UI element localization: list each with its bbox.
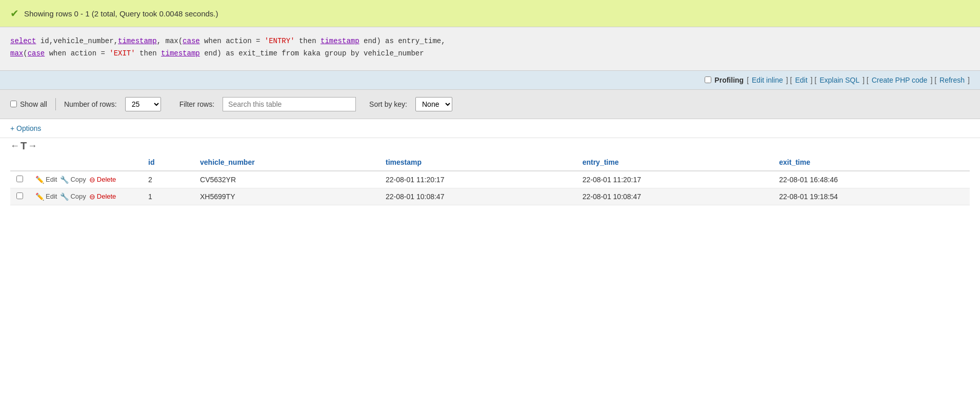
edit-label: Edit <box>46 192 57 200</box>
copy-label: Copy <box>70 176 86 183</box>
show-all-label[interactable]: Show all <box>10 100 47 108</box>
sort-label: Sort by key: <box>369 100 407 108</box>
cell-exit-time: 22-08-01 16:48:46 <box>773 171 970 188</box>
header-exit-time[interactable]: exit_time <box>773 154 970 171</box>
header-id[interactable]: id <box>142 154 194 171</box>
edit-inline-link[interactable]: Edit inline <box>752 76 783 84</box>
profiling-bar: Profiling [ Edit inline ] [ Edit ] [ Exp… <box>0 71 980 90</box>
header-actions-col <box>29 154 142 171</box>
header-timestamp[interactable]: timestamp <box>379 154 576 171</box>
edit-link[interactable]: Edit <box>795 76 807 84</box>
delete-icon: ⊖ <box>89 176 95 184</box>
cell-timestamp: 22-08-01 11:20:17 <box>379 171 576 188</box>
col-resize-center-icon[interactable]: T <box>21 140 27 152</box>
show-all-checkbox[interactable] <box>10 101 17 107</box>
refresh-link[interactable]: Refresh <box>939 76 965 84</box>
cell-id: 1 <box>142 188 194 205</box>
sql-display: select id,vehicle_number,timestamp, max(… <box>0 27 980 71</box>
copy-icon: 🔧 <box>60 176 69 184</box>
cell-vehicle-number: XH5699TY <box>194 188 379 205</box>
cell-exit-time: 22-08-01 19:18:54 <box>773 188 970 205</box>
profiling-label: Profiling <box>714 76 744 84</box>
edit-button[interactable]: ✏️ Edit <box>35 192 57 201</box>
sort-select[interactable]: None <box>415 97 452 111</box>
edit-icon: ✏️ <box>35 192 44 201</box>
search-input[interactable] <box>223 97 356 111</box>
delete-icon: ⊖ <box>89 192 95 201</box>
header-checkbox-col <box>10 154 29 171</box>
edit-icon: ✏️ <box>35 176 44 184</box>
rows-select[interactable]: 25 50 100 250 500 <box>125 97 161 111</box>
copy-label: Copy <box>70 192 86 200</box>
edit-button[interactable]: ✏️ Edit <box>35 176 57 184</box>
rows-label: Number of rows: <box>64 100 117 108</box>
controls-row: Show all Number of rows: 25 50 100 250 5… <box>0 90 980 119</box>
table-container: ←T→ id vehicle_number timestamp entry_ti… <box>0 138 980 216</box>
options-row: + Options <box>0 119 980 138</box>
explain-sql-link[interactable]: Explain SQL <box>819 76 859 84</box>
col-resize-right-icon[interactable]: → <box>28 141 37 151</box>
options-link[interactable]: + Options <box>10 124 41 132</box>
success-banner: ✔ Showing rows 0 - 1 (2 total, Query too… <box>0 0 980 27</box>
filter-label: Filter rows: <box>179 100 214 108</box>
table-row: ✏️ Edit 🔧 Copy ⊖ Delete 2CV5632YR22-08-0… <box>10 171 970 188</box>
table-header-row: id vehicle_number timestamp entry_time e… <box>10 154 970 171</box>
check-icon: ✔ <box>10 7 19 20</box>
copy-button[interactable]: 🔧 Copy <box>60 192 86 201</box>
table-row: ✏️ Edit 🔧 Copy ⊖ Delete 1XH5699TY22-08-0… <box>10 188 970 205</box>
divider <box>55 98 56 110</box>
cell-id: 2 <box>142 171 194 188</box>
cell-vehicle-number: CV5632YR <box>194 171 379 188</box>
delete-label: Delete <box>97 176 116 183</box>
sql-line2: max(case when action = 'EXIT' then times… <box>10 48 970 60</box>
edit-label: Edit <box>46 176 57 183</box>
col-resize-left-icon[interactable]: ← <box>10 141 19 151</box>
copy-button[interactable]: 🔧 Copy <box>60 176 86 184</box>
create-php-link[interactable]: Create PHP code <box>872 76 928 84</box>
delete-button[interactable]: ⊖ Delete <box>89 176 116 184</box>
cell-entry-time: 22-08-01 11:20:17 <box>576 171 773 188</box>
results-table: id vehicle_number timestamp entry_time e… <box>10 154 970 205</box>
copy-icon: 🔧 <box>60 192 69 201</box>
profiling-checkbox[interactable] <box>705 76 711 83</box>
row-checkbox[interactable] <box>16 176 23 182</box>
delete-button[interactable]: ⊖ Delete <box>89 192 116 201</box>
row-checkbox[interactable] <box>16 192 23 199</box>
banner-text: Showing rows 0 - 1 (2 total, Query took … <box>24 9 218 18</box>
col-resizer-row: ←T→ <box>10 138 970 154</box>
cell-timestamp: 22-08-01 10:08:47 <box>379 188 576 205</box>
delete-label: Delete <box>97 192 116 200</box>
header-vehicle-number[interactable]: vehicle_number <box>194 154 379 171</box>
cell-entry-time: 22-08-01 10:08:47 <box>576 188 773 205</box>
sql-line1: select id,vehicle_number,timestamp, max(… <box>10 35 970 48</box>
table-body: ✏️ Edit 🔧 Copy ⊖ Delete 2CV5632YR22-08-0… <box>10 171 970 205</box>
header-entry-time[interactable]: entry_time <box>576 154 773 171</box>
